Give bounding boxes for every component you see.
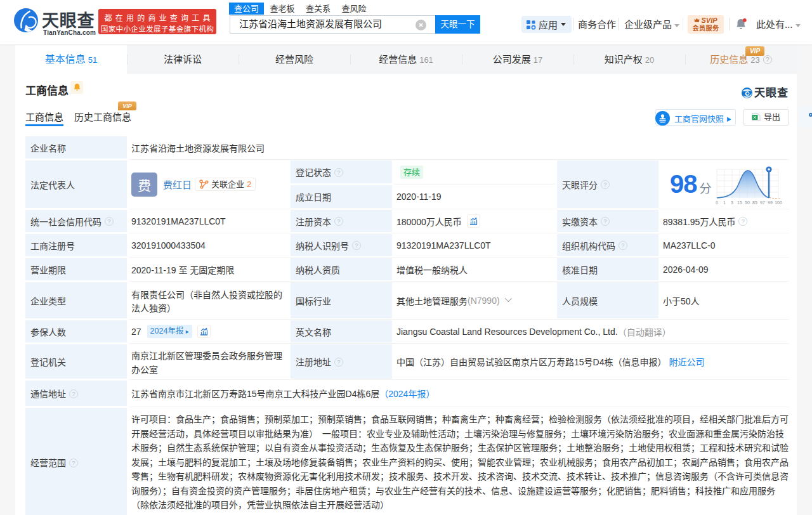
svg-text:0: 0: [716, 200, 718, 205]
svg-text:100: 100: [775, 200, 782, 205]
svg-text:1: 1: [723, 200, 726, 205]
svg-text:50: 50: [745, 200, 750, 205]
svg-text:97: 97: [760, 200, 765, 205]
svg-text:99: 99: [768, 200, 773, 205]
svg-text:85: 85: [752, 200, 757, 205]
svg-text:3: 3: [731, 200, 733, 205]
svg-text:15: 15: [737, 200, 742, 205]
